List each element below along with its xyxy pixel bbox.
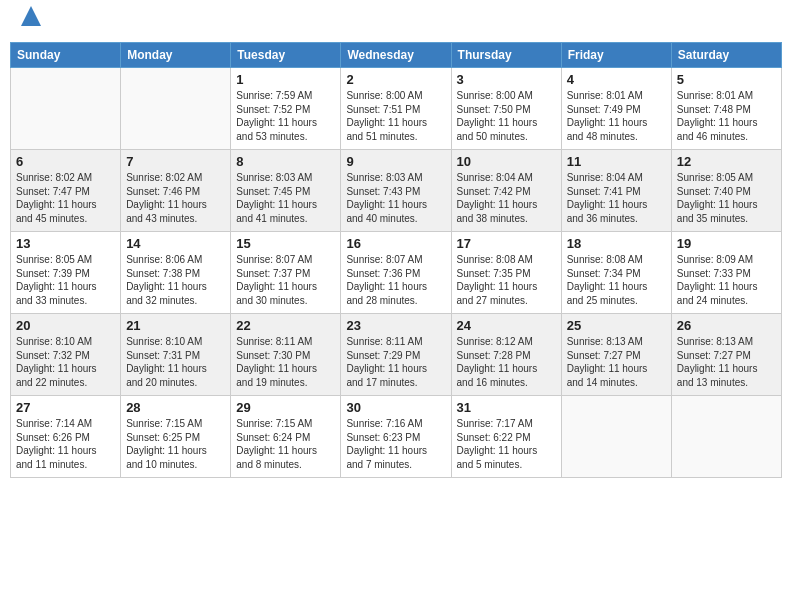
day-info: Sunrise: 8:08 AM Sunset: 7:34 PM Dayligh… [567, 253, 666, 307]
calendar-cell: 15Sunrise: 8:07 AM Sunset: 7:37 PM Dayli… [231, 232, 341, 314]
calendar-cell: 11Sunrise: 8:04 AM Sunset: 7:41 PM Dayli… [561, 150, 671, 232]
calendar-cell: 1Sunrise: 7:59 AM Sunset: 7:52 PM Daylig… [231, 68, 341, 150]
day-number: 15 [236, 236, 335, 251]
calendar-cell: 13Sunrise: 8:05 AM Sunset: 7:39 PM Dayli… [11, 232, 121, 314]
day-number: 9 [346, 154, 445, 169]
day-number: 26 [677, 318, 776, 333]
day-info: Sunrise: 8:05 AM Sunset: 7:40 PM Dayligh… [677, 171, 776, 225]
day-number: 4 [567, 72, 666, 87]
calendar-cell: 9Sunrise: 8:03 AM Sunset: 7:43 PM Daylig… [341, 150, 451, 232]
day-number: 8 [236, 154, 335, 169]
calendar-week-row: 1Sunrise: 7:59 AM Sunset: 7:52 PM Daylig… [11, 68, 782, 150]
day-info: Sunrise: 8:02 AM Sunset: 7:47 PM Dayligh… [16, 171, 115, 225]
day-number: 14 [126, 236, 225, 251]
day-number: 30 [346, 400, 445, 415]
day-info: Sunrise: 8:11 AM Sunset: 7:29 PM Dayligh… [346, 335, 445, 389]
calendar-cell: 10Sunrise: 8:04 AM Sunset: 7:42 PM Dayli… [451, 150, 561, 232]
calendar-cell: 31Sunrise: 7:17 AM Sunset: 6:22 PM Dayli… [451, 396, 561, 478]
day-info: Sunrise: 8:13 AM Sunset: 7:27 PM Dayligh… [677, 335, 776, 389]
svg-marker-0 [21, 6, 41, 26]
weekday-header: Wednesday [341, 43, 451, 68]
weekday-header-row: SundayMondayTuesdayWednesdayThursdayFrid… [11, 43, 782, 68]
calendar-cell: 19Sunrise: 8:09 AM Sunset: 7:33 PM Dayli… [671, 232, 781, 314]
day-number: 27 [16, 400, 115, 415]
calendar-cell: 30Sunrise: 7:16 AM Sunset: 6:23 PM Dayli… [341, 396, 451, 478]
weekday-header: Friday [561, 43, 671, 68]
day-number: 13 [16, 236, 115, 251]
day-info: Sunrise: 8:07 AM Sunset: 7:37 PM Dayligh… [236, 253, 335, 307]
day-info: Sunrise: 8:10 AM Sunset: 7:32 PM Dayligh… [16, 335, 115, 389]
day-number: 7 [126, 154, 225, 169]
page-header [10, 10, 782, 36]
calendar-cell: 6Sunrise: 8:02 AM Sunset: 7:47 PM Daylig… [11, 150, 121, 232]
day-info: Sunrise: 8:07 AM Sunset: 7:36 PM Dayligh… [346, 253, 445, 307]
calendar-cell: 21Sunrise: 8:10 AM Sunset: 7:31 PM Dayli… [121, 314, 231, 396]
logo-icon [21, 6, 41, 28]
day-info: Sunrise: 8:06 AM Sunset: 7:38 PM Dayligh… [126, 253, 225, 307]
day-info: Sunrise: 8:03 AM Sunset: 7:43 PM Dayligh… [346, 171, 445, 225]
calendar-cell: 22Sunrise: 8:11 AM Sunset: 7:30 PM Dayli… [231, 314, 341, 396]
logo [18, 14, 41, 32]
weekday-header: Monday [121, 43, 231, 68]
calendar-cell [11, 68, 121, 150]
day-info: Sunrise: 8:00 AM Sunset: 7:51 PM Dayligh… [346, 89, 445, 143]
day-info: Sunrise: 8:00 AM Sunset: 7:50 PM Dayligh… [457, 89, 556, 143]
weekday-header: Tuesday [231, 43, 341, 68]
day-number: 28 [126, 400, 225, 415]
day-number: 3 [457, 72, 556, 87]
day-number: 31 [457, 400, 556, 415]
day-number: 12 [677, 154, 776, 169]
day-info: Sunrise: 8:13 AM Sunset: 7:27 PM Dayligh… [567, 335, 666, 389]
day-number: 1 [236, 72, 335, 87]
day-number: 16 [346, 236, 445, 251]
calendar-week-row: 13Sunrise: 8:05 AM Sunset: 7:39 PM Dayli… [11, 232, 782, 314]
weekday-header: Saturday [671, 43, 781, 68]
day-info: Sunrise: 8:05 AM Sunset: 7:39 PM Dayligh… [16, 253, 115, 307]
day-info: Sunrise: 8:02 AM Sunset: 7:46 PM Dayligh… [126, 171, 225, 225]
day-number: 19 [677, 236, 776, 251]
day-info: Sunrise: 8:01 AM Sunset: 7:48 PM Dayligh… [677, 89, 776, 143]
calendar-cell: 29Sunrise: 7:15 AM Sunset: 6:24 PM Dayli… [231, 396, 341, 478]
calendar-cell: 3Sunrise: 8:00 AM Sunset: 7:50 PM Daylig… [451, 68, 561, 150]
calendar-cell: 17Sunrise: 8:08 AM Sunset: 7:35 PM Dayli… [451, 232, 561, 314]
calendar-week-row: 6Sunrise: 8:02 AM Sunset: 7:47 PM Daylig… [11, 150, 782, 232]
day-number: 18 [567, 236, 666, 251]
calendar-cell: 25Sunrise: 8:13 AM Sunset: 7:27 PM Dayli… [561, 314, 671, 396]
day-info: Sunrise: 7:59 AM Sunset: 7:52 PM Dayligh… [236, 89, 335, 143]
weekday-header: Sunday [11, 43, 121, 68]
day-number: 23 [346, 318, 445, 333]
calendar-week-row: 20Sunrise: 8:10 AM Sunset: 7:32 PM Dayli… [11, 314, 782, 396]
calendar-cell: 26Sunrise: 8:13 AM Sunset: 7:27 PM Dayli… [671, 314, 781, 396]
calendar-cell: 28Sunrise: 7:15 AM Sunset: 6:25 PM Dayli… [121, 396, 231, 478]
day-info: Sunrise: 8:11 AM Sunset: 7:30 PM Dayligh… [236, 335, 335, 389]
day-info: Sunrise: 7:15 AM Sunset: 6:25 PM Dayligh… [126, 417, 225, 471]
calendar-cell [121, 68, 231, 150]
calendar-cell: 16Sunrise: 8:07 AM Sunset: 7:36 PM Dayli… [341, 232, 451, 314]
calendar-table: SundayMondayTuesdayWednesdayThursdayFrid… [10, 42, 782, 478]
calendar-cell: 7Sunrise: 8:02 AM Sunset: 7:46 PM Daylig… [121, 150, 231, 232]
calendar-cell: 4Sunrise: 8:01 AM Sunset: 7:49 PM Daylig… [561, 68, 671, 150]
day-info: Sunrise: 8:12 AM Sunset: 7:28 PM Dayligh… [457, 335, 556, 389]
day-info: Sunrise: 8:03 AM Sunset: 7:45 PM Dayligh… [236, 171, 335, 225]
day-number: 10 [457, 154, 556, 169]
day-info: Sunrise: 7:15 AM Sunset: 6:24 PM Dayligh… [236, 417, 335, 471]
calendar-cell: 12Sunrise: 8:05 AM Sunset: 7:40 PM Dayli… [671, 150, 781, 232]
day-number: 20 [16, 318, 115, 333]
day-number: 17 [457, 236, 556, 251]
day-info: Sunrise: 7:14 AM Sunset: 6:26 PM Dayligh… [16, 417, 115, 471]
calendar-cell: 14Sunrise: 8:06 AM Sunset: 7:38 PM Dayli… [121, 232, 231, 314]
day-info: Sunrise: 8:08 AM Sunset: 7:35 PM Dayligh… [457, 253, 556, 307]
day-info: Sunrise: 8:04 AM Sunset: 7:42 PM Dayligh… [457, 171, 556, 225]
calendar-week-row: 27Sunrise: 7:14 AM Sunset: 6:26 PM Dayli… [11, 396, 782, 478]
calendar-cell: 8Sunrise: 8:03 AM Sunset: 7:45 PM Daylig… [231, 150, 341, 232]
day-number: 11 [567, 154, 666, 169]
day-info: Sunrise: 8:01 AM Sunset: 7:49 PM Dayligh… [567, 89, 666, 143]
calendar-cell: 2Sunrise: 8:00 AM Sunset: 7:51 PM Daylig… [341, 68, 451, 150]
day-number: 2 [346, 72, 445, 87]
day-number: 24 [457, 318, 556, 333]
calendar-cell: 20Sunrise: 8:10 AM Sunset: 7:32 PM Dayli… [11, 314, 121, 396]
day-info: Sunrise: 7:16 AM Sunset: 6:23 PM Dayligh… [346, 417, 445, 471]
calendar-cell: 5Sunrise: 8:01 AM Sunset: 7:48 PM Daylig… [671, 68, 781, 150]
calendar-cell [561, 396, 671, 478]
calendar-cell: 18Sunrise: 8:08 AM Sunset: 7:34 PM Dayli… [561, 232, 671, 314]
